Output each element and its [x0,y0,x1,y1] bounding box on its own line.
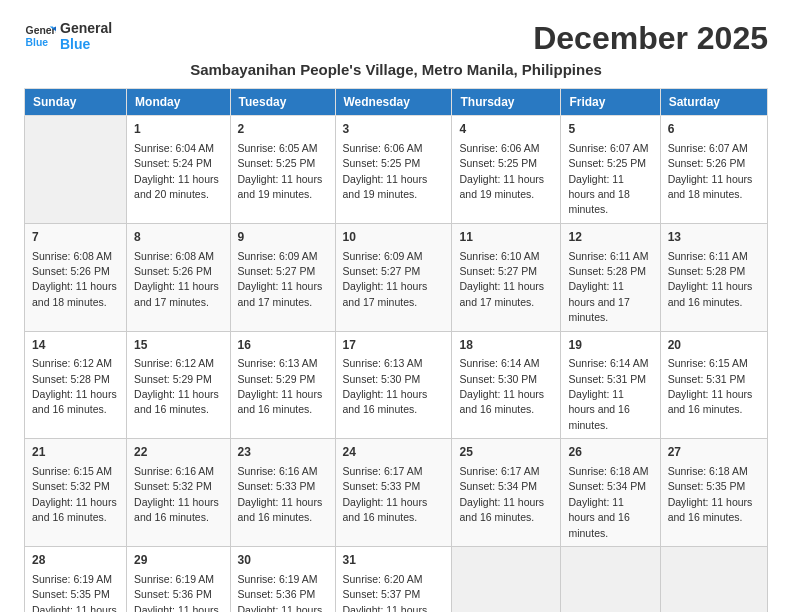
day-number: 10 [343,229,445,246]
weekday-header: Monday [127,89,230,116]
day-number: 11 [459,229,553,246]
day-number: 2 [238,121,328,138]
weekday-header: Saturday [660,89,767,116]
calendar-cell: 19 Sunrise: 6:14 AM Sunset: 5:31 PM Dayl… [561,331,660,439]
day-info: Sunrise: 6:07 AM Sunset: 5:25 PM Dayligh… [568,142,648,216]
day-info: Sunrise: 6:06 AM Sunset: 5:25 PM Dayligh… [459,142,544,200]
calendar-cell: 13 Sunrise: 6:11 AM Sunset: 5:28 PM Dayl… [660,223,767,331]
calendar-week-row: 7 Sunrise: 6:08 AM Sunset: 5:26 PM Dayli… [25,223,768,331]
calendar-cell: 23 Sunrise: 6:16 AM Sunset: 5:33 PM Dayl… [230,439,335,547]
day-number: 7 [32,229,119,246]
day-info: Sunrise: 6:09 AM Sunset: 5:27 PM Dayligh… [343,250,428,308]
calendar-cell: 25 Sunrise: 6:17 AM Sunset: 5:34 PM Dayl… [452,439,561,547]
day-number: 18 [459,337,553,354]
calendar-cell: 5 Sunrise: 6:07 AM Sunset: 5:25 PM Dayli… [561,116,660,224]
logo-blue: Blue [60,36,112,52]
calendar-cell: 6 Sunrise: 6:07 AM Sunset: 5:26 PM Dayli… [660,116,767,224]
day-info: Sunrise: 6:13 AM Sunset: 5:29 PM Dayligh… [238,357,323,415]
day-info: Sunrise: 6:14 AM Sunset: 5:30 PM Dayligh… [459,357,544,415]
calendar-cell: 15 Sunrise: 6:12 AM Sunset: 5:29 PM Dayl… [127,331,230,439]
day-info: Sunrise: 6:04 AM Sunset: 5:24 PM Dayligh… [134,142,219,200]
calendar-cell: 8 Sunrise: 6:08 AM Sunset: 5:26 PM Dayli… [127,223,230,331]
day-info: Sunrise: 6:19 AM Sunset: 5:36 PM Dayligh… [134,573,219,612]
day-number: 13 [668,229,760,246]
day-info: Sunrise: 6:13 AM Sunset: 5:30 PM Dayligh… [343,357,428,415]
day-number: 8 [134,229,222,246]
calendar-header-row: SundayMondayTuesdayWednesdayThursdayFrid… [25,89,768,116]
calendar-cell: 1 Sunrise: 6:04 AM Sunset: 5:24 PM Dayli… [127,116,230,224]
day-info: Sunrise: 6:19 AM Sunset: 5:35 PM Dayligh… [32,573,117,612]
calendar-cell: 3 Sunrise: 6:06 AM Sunset: 5:25 PM Dayli… [335,116,452,224]
weekday-header: Tuesday [230,89,335,116]
day-number: 19 [568,337,652,354]
calendar-cell: 22 Sunrise: 6:16 AM Sunset: 5:32 PM Dayl… [127,439,230,547]
day-number: 28 [32,552,119,569]
calendar-cell [660,547,767,613]
day-info: Sunrise: 6:10 AM Sunset: 5:27 PM Dayligh… [459,250,544,308]
calendar-cell [561,547,660,613]
calendar-cell: 11 Sunrise: 6:10 AM Sunset: 5:27 PM Dayl… [452,223,561,331]
calendar-cell: 20 Sunrise: 6:15 AM Sunset: 5:31 PM Dayl… [660,331,767,439]
day-info: Sunrise: 6:11 AM Sunset: 5:28 PM Dayligh… [568,250,648,324]
day-number: 9 [238,229,328,246]
weekday-header: Friday [561,89,660,116]
day-info: Sunrise: 6:19 AM Sunset: 5:36 PM Dayligh… [238,573,323,612]
day-info: Sunrise: 6:17 AM Sunset: 5:33 PM Dayligh… [343,465,428,523]
day-number: 12 [568,229,652,246]
day-info: Sunrise: 6:08 AM Sunset: 5:26 PM Dayligh… [134,250,219,308]
day-info: Sunrise: 6:12 AM Sunset: 5:28 PM Dayligh… [32,357,117,415]
day-number: 26 [568,444,652,461]
calendar-week-row: 14 Sunrise: 6:12 AM Sunset: 5:28 PM Dayl… [25,331,768,439]
day-number: 1 [134,121,222,138]
calendar-cell: 14 Sunrise: 6:12 AM Sunset: 5:28 PM Dayl… [25,331,127,439]
day-info: Sunrise: 6:09 AM Sunset: 5:27 PM Dayligh… [238,250,323,308]
day-info: Sunrise: 6:15 AM Sunset: 5:31 PM Dayligh… [668,357,753,415]
calendar-cell [25,116,127,224]
day-number: 27 [668,444,760,461]
day-number: 4 [459,121,553,138]
calendar-cell: 9 Sunrise: 6:09 AM Sunset: 5:27 PM Dayli… [230,223,335,331]
day-number: 25 [459,444,553,461]
calendar-cell: 27 Sunrise: 6:18 AM Sunset: 5:35 PM Dayl… [660,439,767,547]
calendar-cell: 29 Sunrise: 6:19 AM Sunset: 5:36 PM Dayl… [127,547,230,613]
svg-text:Blue: Blue [26,37,49,48]
weekday-header: Wednesday [335,89,452,116]
calendar-week-row: 21 Sunrise: 6:15 AM Sunset: 5:32 PM Dayl… [25,439,768,547]
day-number: 24 [343,444,445,461]
logo-general: General [60,20,112,36]
day-number: 30 [238,552,328,569]
calendar-cell: 4 Sunrise: 6:06 AM Sunset: 5:25 PM Dayli… [452,116,561,224]
day-number: 6 [668,121,760,138]
day-info: Sunrise: 6:18 AM Sunset: 5:35 PM Dayligh… [668,465,753,523]
day-info: Sunrise: 6:14 AM Sunset: 5:31 PM Dayligh… [568,357,648,431]
page-header: General Blue General Blue December 2025 [24,20,768,57]
calendar-cell: 10 Sunrise: 6:09 AM Sunset: 5:27 PM Dayl… [335,223,452,331]
day-number: 5 [568,121,652,138]
day-number: 16 [238,337,328,354]
day-info: Sunrise: 6:05 AM Sunset: 5:25 PM Dayligh… [238,142,323,200]
day-info: Sunrise: 6:07 AM Sunset: 5:26 PM Dayligh… [668,142,753,200]
calendar-cell [452,547,561,613]
day-number: 20 [668,337,760,354]
calendar-cell: 30 Sunrise: 6:19 AM Sunset: 5:36 PM Dayl… [230,547,335,613]
calendar-cell: 12 Sunrise: 6:11 AM Sunset: 5:28 PM Dayl… [561,223,660,331]
day-number: 14 [32,337,119,354]
calendar-cell: 21 Sunrise: 6:15 AM Sunset: 5:32 PM Dayl… [25,439,127,547]
day-number: 3 [343,121,445,138]
day-info: Sunrise: 6:16 AM Sunset: 5:33 PM Dayligh… [238,465,323,523]
calendar-cell: 31 Sunrise: 6:20 AM Sunset: 5:37 PM Dayl… [335,547,452,613]
calendar-table: SundayMondayTuesdayWednesdayThursdayFrid… [24,88,768,612]
day-info: Sunrise: 6:11 AM Sunset: 5:28 PM Dayligh… [668,250,753,308]
day-number: 17 [343,337,445,354]
day-number: 31 [343,552,445,569]
logo: General Blue General Blue [24,20,112,52]
day-info: Sunrise: 6:12 AM Sunset: 5:29 PM Dayligh… [134,357,219,415]
calendar-week-row: 1 Sunrise: 6:04 AM Sunset: 5:24 PM Dayli… [25,116,768,224]
day-info: Sunrise: 6:06 AM Sunset: 5:25 PM Dayligh… [343,142,428,200]
day-number: 23 [238,444,328,461]
calendar-week-row: 28 Sunrise: 6:19 AM Sunset: 5:35 PM Dayl… [25,547,768,613]
logo-icon: General Blue [24,20,56,52]
day-number: 21 [32,444,119,461]
calendar-cell: 18 Sunrise: 6:14 AM Sunset: 5:30 PM Dayl… [452,331,561,439]
day-info: Sunrise: 6:16 AM Sunset: 5:32 PM Dayligh… [134,465,219,523]
